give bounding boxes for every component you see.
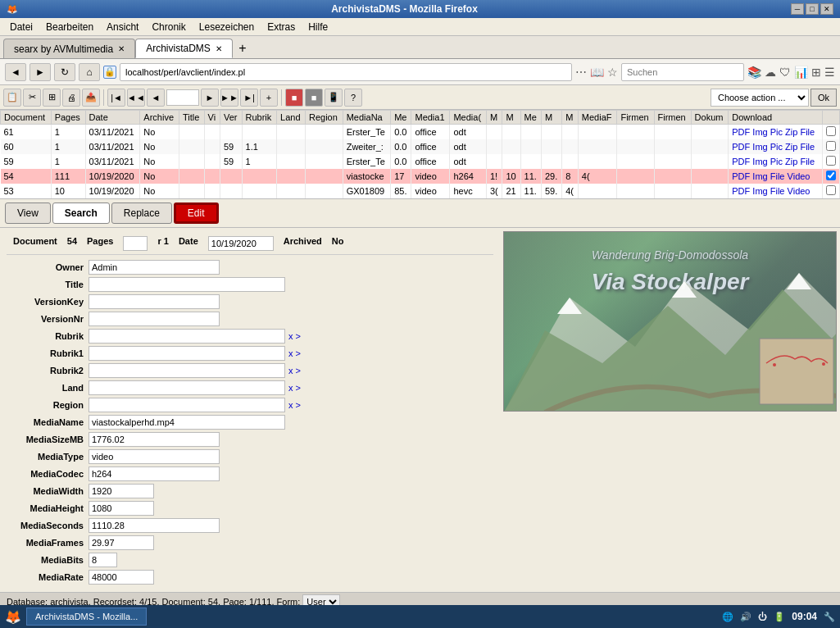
menu-bearbeiten[interactable]: Bearbeiten [39, 20, 100, 34]
forward-button[interactable]: ► [30, 63, 51, 81]
col-region[interactable]: Region [305, 111, 343, 125]
download-link-pic[interactable]: Pic [770, 127, 783, 137]
download-link-file[interactable]: File [800, 127, 815, 137]
home-button[interactable]: ⌂ [79, 63, 100, 81]
download-link-zip[interactable]: Zip [785, 127, 797, 137]
rubrik2-input[interactable] [89, 363, 285, 378]
rubrik2-x-link[interactable]: x > [288, 366, 301, 375]
tab-archivista[interactable]: ArchivistaDMS ✕ [135, 39, 233, 58]
row-checkbox[interactable] [826, 171, 836, 180]
tb-btn-3[interactable]: ⊞ [43, 89, 61, 107]
col-dokum[interactable]: Dokum [691, 111, 729, 125]
tb-btn-2[interactable]: ✂ [23, 89, 41, 107]
download-link-file[interactable]: File [800, 157, 815, 166]
view-tab[interactable]: View [5, 203, 51, 224]
search-tab[interactable]: Search [52, 203, 110, 224]
download-link-img[interactable]: Img [752, 142, 767, 152]
col-rubrik[interactable]: Rubrik [242, 111, 277, 125]
download-link-pdf[interactable]: PDF [732, 171, 750, 181]
tab-archivista-close[interactable]: ✕ [216, 44, 222, 53]
col-vi[interactable]: Vi [204, 111, 220, 125]
page-input[interactable] [166, 89, 199, 106]
library-icon[interactable]: 📚 [747, 66, 761, 79]
rubrik-x-link[interactable]: x > [288, 331, 301, 341]
col-media1[interactable]: Media1 [411, 111, 450, 125]
table-row[interactable]: 59 1 03/11/2021 No 59 1 Erster_Te 0.0 of… [1, 154, 840, 169]
download-link-pdf[interactable]: PDF [732, 186, 750, 196]
region-x-link[interactable]: x > [288, 400, 301, 410]
mediasize-input[interactable] [89, 432, 220, 447]
download-link-pdf[interactable]: PDF [732, 142, 750, 152]
land-input[interactable] [89, 380, 285, 395]
owner-input[interactable] [89, 260, 220, 275]
download-link-pic[interactable]: Pic [770, 157, 783, 166]
bookmark-icon[interactable]: ⋯ [575, 66, 587, 79]
col-date[interactable]: Date [85, 111, 140, 125]
url-input[interactable] [120, 63, 572, 81]
sync-icon[interactable]: ☁ [765, 66, 776, 79]
form-date-input[interactable] [208, 236, 274, 251]
tb-btn-5[interactable]: 📤 [82, 89, 100, 107]
col-archive[interactable]: Archive [140, 111, 179, 125]
reader-icon[interactable]: 📖 [590, 66, 604, 79]
menu-ansicht[interactable]: Ansicht [100, 20, 145, 34]
action-select[interactable]: Choose action ... [711, 89, 809, 107]
close-button[interactable]: ✕ [820, 3, 833, 15]
col-firm1[interactable]: Firmen [617, 111, 654, 125]
rubrik-input[interactable] [89, 329, 285, 344]
download-link-video[interactable]: Video [788, 171, 810, 181]
new-tab-button[interactable]: + [233, 39, 252, 58]
download-link-img[interactable]: Img [752, 171, 767, 181]
ok-button[interactable]: Ok [810, 89, 837, 107]
col-m5[interactable]: M [562, 111, 579, 125]
tb-prev-10[interactable]: ◄◄ [127, 89, 145, 107]
col-download[interactable]: Download [729, 111, 823, 125]
minimize-button[interactable]: ─ [791, 3, 804, 15]
menu-icon[interactable]: ☰ [824, 66, 835, 79]
col-m1[interactable]: M [486, 111, 502, 125]
title-input[interactable] [89, 277, 285, 292]
row-checkbox[interactable] [826, 156, 836, 166]
tb-next-10[interactable]: ►► [220, 89, 238, 107]
tb-phone[interactable]: 📱 [325, 89, 343, 107]
shield-icon[interactable]: 🛡 [779, 66, 791, 79]
table-row[interactable]: 61 1 03/11/2021 No Erster_Te 0.0 office … [1, 125, 840, 140]
region-input[interactable] [89, 398, 285, 412]
download-link-zip[interactable]: Zip [785, 157, 797, 166]
download-link-img[interactable]: Img [752, 127, 767, 137]
land-x-link[interactable]: x > [288, 383, 301, 393]
rubrik1-input[interactable] [89, 346, 285, 361]
versionkey-input[interactable] [89, 294, 220, 309]
download-link-file[interactable]: File [770, 186, 785, 196]
download-link-zip[interactable]: Zip [785, 142, 797, 152]
col-firm2[interactable]: Firmen [654, 111, 691, 125]
mediabits-input[interactable] [89, 553, 117, 567]
col-pages[interactable]: Pages [51, 111, 85, 125]
tb-prev[interactable]: ◄ [147, 89, 165, 107]
refresh-button[interactable]: ↻ [54, 63, 75, 81]
table-row[interactable]: 54 111 10/19/2020 No viastocke 17 video … [1, 169, 840, 184]
col-medianame[interactable]: MediaNa [343, 111, 390, 125]
col-m4[interactable]: M [541, 111, 561, 125]
tab-searx[interactable]: searx by AVMultimedia ✕ [3, 39, 135, 58]
replace-tab[interactable]: Replace [111, 203, 172, 224]
tb-first[interactable]: |◄ [107, 89, 125, 107]
tb-next[interactable]: ► [201, 89, 219, 107]
mediaseconds-input[interactable] [89, 518, 220, 533]
col-mediaf[interactable]: MediaF [578, 111, 617, 125]
versionnr-input[interactable] [89, 312, 220, 326]
taskbar-app-button[interactable]: ArchivistaDMS - Mozilla... [26, 608, 147, 626]
row-checkbox[interactable] [826, 141, 836, 151]
col-ver[interactable]: Ver [220, 111, 242, 125]
tb-btn-4[interactable]: 🖨 [62, 89, 80, 107]
tb-red[interactable]: ■ [285, 89, 303, 107]
tb-help[interactable]: ? [344, 89, 362, 107]
menu-extras[interactable]: Extras [261, 20, 302, 34]
col-m3[interactable]: Me [520, 111, 541, 125]
download-link-pdf[interactable]: PDF [732, 157, 750, 166]
download-link-file[interactable]: File [800, 142, 815, 152]
back-button[interactable]: ◄ [5, 63, 26, 81]
medianame-input[interactable] [89, 415, 285, 430]
download-link-file[interactable]: File [770, 171, 785, 181]
mediarate-input[interactable] [89, 570, 154, 585]
